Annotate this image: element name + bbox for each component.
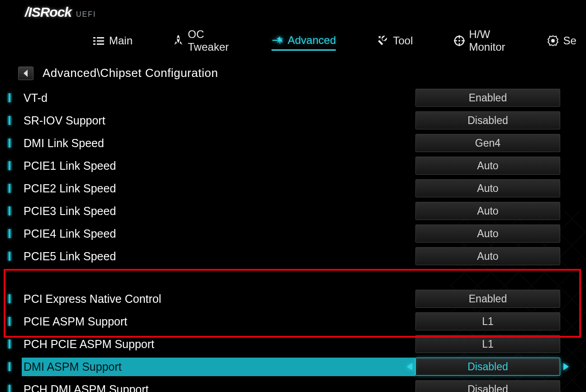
- setting-label[interactable]: DMI ASPM Support: [22, 358, 415, 376]
- tab-label: Tool: [393, 34, 413, 47]
- setting-value-selector[interactable]: Auto: [415, 157, 560, 175]
- row-marker-icon: [7, 184, 12, 193]
- setting-label[interactable]: PCIE5 Link Speed: [22, 247, 415, 266]
- svg-point-6: [177, 38, 179, 39]
- setting-value-selector[interactable]: Auto: [415, 247, 560, 265]
- setting-label[interactable]: VT-d: [22, 89, 415, 107]
- setting-value-selector[interactable]: Auto: [415, 179, 560, 197]
- tab-advanced[interactable]: Advanced: [272, 34, 336, 51]
- setting-value-selector[interactable]: Disabled: [415, 380, 560, 392]
- brand-subtitle: UEFI: [76, 10, 96, 19]
- setting-row: DMI Link Speed Gen4: [5, 132, 586, 154]
- setting-value-selector[interactable]: L1: [415, 335, 560, 353]
- tab-label: Se: [563, 34, 576, 47]
- row-marker-icon: [7, 317, 12, 326]
- setting-row: DMI ASPM Support Disabled: [5, 355, 586, 378]
- brand: /ISRock UEFI: [25, 5, 568, 20]
- star-icon: [272, 34, 283, 46]
- setting-label[interactable]: PCIE ASPM Support: [22, 312, 415, 331]
- svg-rect-4: [93, 43, 95, 45]
- svg-rect-8: [378, 40, 383, 45]
- header: /ISRock UEFI MainOC TweakerAdvancedToolH…: [0, 0, 586, 56]
- tab-label: Main: [109, 34, 133, 47]
- row-marker-icon: [7, 385, 12, 392]
- svg-rect-2: [93, 40, 95, 42]
- badge-icon: [547, 35, 559, 47]
- setting-label[interactable]: PCI Express Native Control: [22, 290, 415, 308]
- tab-label: Advanced: [288, 34, 336, 47]
- rocket-icon: [173, 35, 183, 47]
- setting-row: PCIE2 Link Speed Auto: [5, 177, 586, 200]
- setting-row: PCH PCIE ASPM Support L1: [5, 333, 586, 355]
- row-marker-icon: [7, 139, 12, 148]
- tab-main[interactable]: Main: [93, 34, 133, 50]
- row-marker-icon: [7, 229, 12, 238]
- brand-logo: /ISRock: [25, 5, 71, 20]
- row-marker-icon: [7, 294, 12, 303]
- setting-label[interactable]: PCH DMI ASPM Support: [22, 380, 415, 392]
- setting-row: VT-d Enabled: [5, 86, 586, 109]
- tab-bar: MainOC TweakerAdvancedToolH/W MonitorSe: [25, 20, 568, 56]
- svg-point-15: [551, 39, 555, 43]
- setting-value-selector[interactable]: Enabled: [415, 290, 560, 308]
- row-marker-icon: [7, 116, 12, 125]
- setting-value-selector[interactable]: L1: [415, 312, 560, 330]
- setting-label[interactable]: DMI Link Speed: [22, 134, 415, 153]
- setting-row: PCIE1 Link Speed Auto: [5, 154, 586, 177]
- setting-value-selector[interactable]: Gen4: [415, 134, 560, 152]
- setting-row: PCI Express Native Control Enabled: [5, 287, 586, 310]
- section-gap: [5, 268, 586, 287]
- svg-marker-16: [24, 70, 28, 77]
- setting-row: SR-IOV Support Disabled: [5, 109, 586, 132]
- breadcrumb-text: Advanced\Chipset Configuration: [43, 66, 218, 80]
- setting-row: PCH DMI ASPM Support Disabled: [5, 378, 586, 392]
- row-marker-icon: [7, 206, 12, 215]
- breadcrumb-bar: Advanced\Chipset Configuration: [0, 56, 586, 86]
- back-button[interactable]: [18, 67, 33, 80]
- row-marker-icon: [7, 93, 12, 102]
- svg-rect-1: [97, 37, 104, 38]
- setting-value-selector[interactable]: Disabled: [415, 111, 560, 129]
- svg-rect-3: [97, 40, 104, 42]
- setting-label[interactable]: PCIE1 Link Speed: [22, 157, 415, 175]
- svg-rect-5: [97, 43, 104, 45]
- row-marker-icon: [7, 362, 12, 371]
- row-marker-icon: [7, 339, 12, 349]
- svg-rect-0: [93, 37, 95, 38]
- tab-oc-tweaker[interactable]: OC Tweaker: [173, 28, 231, 56]
- tab-tool[interactable]: Tool: [376, 34, 413, 50]
- setting-row: PCIE5 Link Speed Auto: [5, 245, 586, 268]
- setting-value-selector[interactable]: Enabled: [415, 89, 560, 107]
- setting-label[interactable]: PCIE3 Link Speed: [22, 202, 415, 220]
- setting-label[interactable]: SR-IOV Support: [22, 111, 415, 130]
- tab-label: OC Tweaker: [188, 28, 231, 53]
- setting-value-selector[interactable]: Disabled: [415, 358, 560, 376]
- setting-row: PCIE4 Link Speed Auto: [5, 222, 586, 245]
- setting-label[interactable]: PCIE4 Link Speed: [22, 225, 415, 243]
- tab-label: H/W Monitor: [469, 28, 506, 53]
- target-icon: [454, 35, 465, 47]
- list-icon: [93, 35, 105, 47]
- row-marker-icon: [7, 252, 12, 261]
- setting-row: PCIE3 Link Speed Auto: [5, 200, 586, 222]
- tab-se[interactable]: Se: [547, 34, 576, 50]
- settings-group-1: VT-d Enabled SR-IOV Support Disabled DMI…: [0, 86, 586, 268]
- svg-point-14: [458, 40, 460, 42]
- row-marker-icon: [7, 161, 12, 170]
- setting-row: PCIE ASPM Support L1: [5, 310, 586, 333]
- setting-label[interactable]: PCIE2 Link Speed: [22, 179, 415, 198]
- tab-h-w-monitor[interactable]: H/W Monitor: [454, 28, 506, 56]
- setting-value-selector[interactable]: Auto: [415, 225, 560, 243]
- settings-group-2: PCI Express Native Control Enabled PCIE …: [0, 287, 586, 392]
- setting-value-selector[interactable]: Auto: [415, 202, 560, 220]
- setting-label[interactable]: PCH PCIE ASPM Support: [22, 335, 415, 354]
- wrench-icon: [376, 35, 388, 47]
